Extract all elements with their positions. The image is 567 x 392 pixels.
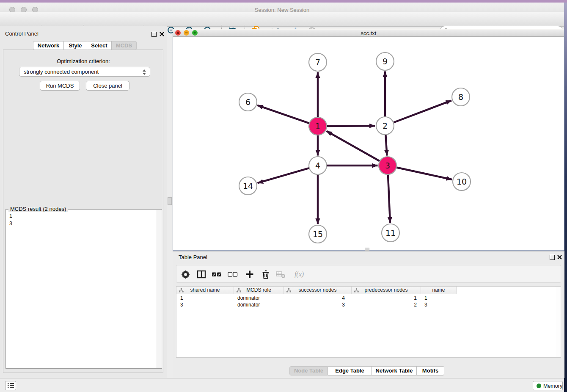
float-table-panel-icon[interactable]: [550, 255, 555, 260]
graph-edge-1-2[interactable]: [326, 126, 375, 126]
splitter-handle-horizontal[interactable]: [365, 248, 369, 251]
graph-node-3[interactable]: 3: [379, 157, 396, 174]
column-header-shared-name[interactable]: shared name: [176, 287, 234, 294]
graph-node-6[interactable]: 6: [239, 93, 257, 111]
svg-text:1: 1: [315, 121, 320, 131]
select-all-button[interactable]: [212, 269, 222, 279]
optimization-criterion-label: Optimization criterion:: [3, 58, 164, 64]
task-history-button[interactable]: [5, 381, 16, 390]
column-label: name: [432, 287, 445, 293]
graph-node-4[interactable]: 4: [309, 157, 327, 174]
graph-node-11[interactable]: 11: [382, 224, 399, 242]
table-cell[interactable]: 3: [176, 301, 234, 308]
svg-text:7: 7: [315, 58, 320, 67]
list-icon: [7, 383, 14, 389]
graph-node-9[interactable]: 9: [376, 52, 394, 70]
result-line: 1: [9, 212, 12, 220]
tab-edge-table[interactable]: Edge Table: [328, 366, 372, 375]
graph-node-7[interactable]: 7: [309, 53, 327, 71]
graph-edge-3-11[interactable]: [388, 174, 390, 223]
mcds-result-text: 1 3: [9, 212, 12, 227]
tab-style[interactable]: Style: [64, 41, 87, 50]
scrollbar[interactable]: [156, 210, 161, 368]
add-column-button[interactable]: [245, 269, 255, 279]
main-toolbar: [0, 12, 564, 27]
trash-icon: [261, 270, 270, 279]
graph-edge-1-6[interactable]: [257, 105, 310, 124]
svg-text:11: 11: [385, 228, 396, 237]
columns-icon: [197, 270, 206, 279]
mcds-result-title: MCDS result (2 nodes): [8, 206, 68, 212]
criterion-dropdown[interactable]: strongly connected component: [19, 67, 150, 77]
app-titlebar: Session: New Session: [0, 3, 564, 12]
table-cell[interactable]: 1: [421, 295, 457, 301]
network-graph[interactable]: 7968124314101511: [173, 37, 564, 250]
graph-edge-3-10[interactable]: [396, 167, 452, 179]
svg-text:9: 9: [383, 57, 388, 66]
graph-node-8[interactable]: 8: [452, 88, 470, 106]
graph-node-1[interactable]: 1: [309, 117, 327, 135]
attribute-icon: [179, 288, 184, 293]
tab-node-table[interactable]: Node Table: [289, 366, 328, 375]
tab-motifs[interactable]: Motifs: [417, 366, 444, 375]
table-cell[interactable]: 3: [284, 301, 352, 308]
svg-text:10: 10: [457, 177, 467, 186]
column-label: successor nodes: [298, 287, 336, 293]
tab-network-table[interactable]: Network Table: [372, 366, 417, 375]
column-header-mcds-role[interactable]: MCDS role: [234, 287, 284, 294]
desktop-edge-right: [564, 3, 567, 392]
table-cell[interactable]: 1: [352, 295, 421, 301]
table-cell[interactable]: 4: [284, 295, 352, 301]
gear-icon: [181, 270, 190, 279]
graph-edge-2-3[interactable]: [385, 134, 387, 156]
graph-edge-3-1[interactable]: [326, 131, 380, 162]
svg-text:3: 3: [385, 161, 390, 170]
column-header-predecessor-nodes[interactable]: predecessor nodes: [352, 287, 421, 294]
table-cell[interactable]: dominator: [234, 295, 284, 301]
network-canvas[interactable]: 7968124314101511: [173, 37, 564, 250]
table-cell[interactable]: dominator: [234, 301, 284, 308]
graph-node-10[interactable]: 10: [453, 173, 471, 190]
graph-node-15[interactable]: 15: [309, 225, 327, 243]
memory-status-icon: [537, 384, 541, 388]
control-panel-tabs: Network Style Select MCDS: [33, 41, 137, 50]
memory-button[interactable]: Memory: [533, 381, 563, 390]
node-table: shared name MCDS role successor nodes pr…: [176, 286, 561, 358]
deselect-all-button[interactable]: [228, 269, 238, 279]
delete-table-button[interactable]: [276, 269, 286, 279]
apply-function-button[interactable]: f(x): [292, 269, 306, 279]
plus-icon: [245, 270, 254, 279]
delete-table-icon: [276, 270, 286, 279]
tab-mcds[interactable]: MCDS: [112, 41, 137, 50]
delete-column-button[interactable]: [261, 269, 271, 279]
graph-node-14[interactable]: 14: [239, 177, 257, 195]
graph-edge-4-14[interactable]: [258, 168, 310, 183]
table-cell[interactable]: 3: [421, 301, 457, 308]
column-header-successor-nodes[interactable]: successor nodes: [284, 287, 352, 294]
close-panel-button[interactable]: Close panel: [86, 81, 129, 91]
tab-network[interactable]: Network: [33, 41, 64, 50]
unchecked-boxes-icon: [228, 271, 238, 278]
criterion-value: strongly connected component: [24, 69, 99, 75]
network-window: scc.txt 7968124314101511: [173, 29, 564, 251]
float-panel-icon[interactable]: [151, 32, 157, 37]
run-mcds-button[interactable]: Run MCDS: [40, 81, 80, 91]
table-tabs: Node Table Edge Table Network Table Moti…: [289, 366, 444, 375]
close-panel-icon[interactable]: [159, 31, 165, 37]
network-window-titlebar[interactable]: scc.txt: [173, 29, 564, 37]
table-settings-button[interactable]: [180, 269, 190, 279]
mcds-result-box: MCDS result (2 nodes) 1 3: [6, 209, 162, 369]
scrollbar[interactable]: [555, 287, 561, 357]
split-view-button[interactable]: [196, 269, 206, 279]
table-cell[interactable]: 1: [176, 295, 234, 301]
table-cell[interactable]: 2: [352, 301, 421, 308]
attribute-icon: [354, 288, 359, 293]
close-table-panel-icon[interactable]: [557, 254, 562, 260]
graph-edge-2-8[interactable]: [393, 100, 451, 123]
column-header-name[interactable]: name: [421, 287, 457, 294]
splitter-handle[interactable]: [168, 197, 172, 205]
table-panel-title: Table Panel: [179, 254, 207, 260]
function-icon: f(x): [295, 271, 304, 278]
graph-node-2[interactable]: 2: [376, 117, 394, 135]
tab-select[interactable]: Select: [87, 41, 112, 50]
